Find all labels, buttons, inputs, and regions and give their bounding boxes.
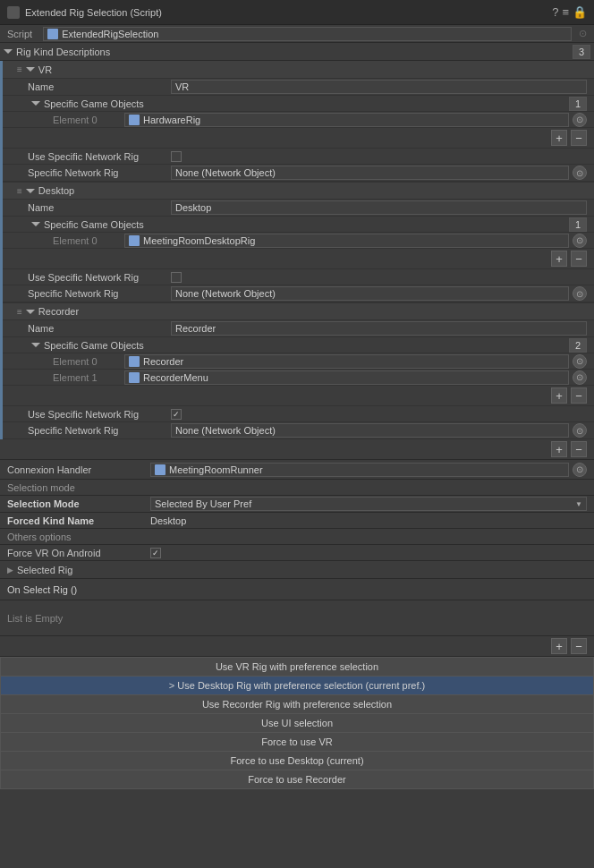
btn-use-vr-pref[interactable]: Use VR Rig with preference selection [0, 657, 594, 676]
recorder-section-header[interactable]: ≡ Recorder [3, 302, 594, 320]
others-options-label: Others options [7, 532, 72, 542]
vr-game-objects-header[interactable]: Specific Game Objects 1 [3, 96, 594, 112]
btn-use-ui-selection[interactable]: Use UI selection [0, 713, 594, 732]
desktop-use-network-label: Use Specific Network Rig [28, 272, 171, 283]
rig-kind-add-btn[interactable]: + [551, 441, 567, 457]
desktop-network-rig-label: Specific Network Rig [28, 288, 171, 299]
help-button[interactable]: ? [552, 5, 558, 19]
rig-kind-triangle [4, 49, 13, 54]
list-add-remove: + − [0, 636, 594, 657]
recorder-name-label: Name [28, 323, 171, 334]
recorder-element0-circle-btn[interactable]: ⊙ [573, 354, 587, 369]
script-lock-icon: ⊙ [579, 28, 587, 39]
selection-mode-value: Selected By User Pref [155, 498, 251, 509]
vr-name-input[interactable] [171, 80, 587, 94]
desktop-name-input[interactable] [171, 200, 587, 215]
desktop-add-remove: + − [3, 249, 594, 269]
desktop-section: ≡ Desktop Name Specific Game Objects 1 E… [0, 182, 594, 302]
recorder-section: ≡ Recorder Name Specific Game Objects 2 … [0, 302, 594, 439]
selected-rig-section[interactable]: ▶ Selected Rig [0, 561, 594, 579]
desktop-use-network-checkbox[interactable] [171, 272, 182, 283]
desktop-element0-icon [129, 235, 140, 246]
vr-element0-circle-btn[interactable]: ⊙ [573, 113, 587, 127]
recorder-element1-row: Element 1 RecorderMenu ⊙ [3, 370, 594, 386]
force-vr-label: Force VR On Android [7, 548, 150, 558]
recorder-network-rig-label: Specific Network Rig [28, 425, 171, 436]
btn-use-desktop-pref[interactable]: > Use Desktop Rig with preference select… [0, 676, 594, 694]
vr-go-label: Specific Game Objects [44, 98, 144, 109]
btn-use-recorder-pref[interactable]: Use Recorder Rig with preference selecti… [0, 694, 594, 713]
vr-section: ≡ VR Name Specific Game Objects 1 Elemen… [0, 61, 594, 182]
desktop-game-objects-header[interactable]: Specific Game Objects 1 [3, 217, 594, 233]
script-file-icon [47, 29, 58, 39]
vr-name-value [171, 80, 587, 94]
desktop-element0-circle-btn[interactable]: ⊙ [573, 234, 587, 248]
window-title: Extended Rig Selection (Script) [25, 7, 547, 18]
desktop-remove-btn[interactable]: − [571, 251, 587, 267]
vr-use-network-row: Use Specific Network Rig [3, 149, 594, 165]
forced-kind-row: Forced Kind Name Desktop [0, 513, 594, 529]
script-value-field: ExtendedRigSelection [43, 27, 572, 41]
desktop-go-count: 1 [569, 217, 587, 232]
title-bar: Extended Rig Selection (Script) ? ≡ 🔒 [0, 0, 594, 25]
desktop-go-triangle [31, 222, 40, 226]
script-icon [7, 6, 20, 19]
script-label: Script [7, 29, 32, 39]
lock-button[interactable]: 🔒 [573, 5, 587, 19]
connexion-handler-circle-btn[interactable]: ⊙ [573, 463, 587, 477]
recorder-game-objects-header[interactable]: Specific Game Objects 2 [3, 337, 594, 353]
connexion-handler-label: Connexion Handler [7, 464, 150, 475]
list-remove-btn[interactable]: − [571, 638, 587, 654]
vr-network-rig-field: None (Network Object) [171, 166, 569, 180]
vr-add-btn[interactable]: + [551, 130, 567, 146]
recorder-element1-text: RecorderMenu [143, 372, 208, 383]
recorder-go-label: Specific Game Objects [44, 340, 144, 351]
desktop-section-header[interactable]: ≡ Desktop [3, 182, 594, 200]
force-vr-checkbox[interactable] [150, 548, 161, 558]
recorder-name-row: Name [3, 320, 594, 337]
vr-network-rig-text: None (Network Object) [175, 167, 276, 178]
connexion-handler-field: MeetingRoomRunner [150, 463, 569, 477]
vr-element0-label: Element 0 [53, 115, 124, 125]
vr-use-network-checkbox[interactable] [171, 151, 182, 162]
btn-force-recorder[interactable]: Force to use Recorder [0, 770, 594, 789]
desktop-network-rig-circle-btn[interactable]: ⊙ [573, 286, 587, 301]
recorder-network-rig-field: None (Network Object) [171, 423, 569, 438]
desktop-name-row: Name [3, 200, 594, 217]
selection-group-header: Selection mode [0, 480, 594, 496]
script-value-text: ExtendedRigSelection [62, 29, 158, 39]
vr-element0-value: HardwareRig ⊙ [124, 113, 587, 127]
recorder-element0-row: Element 0 Recorder ⊙ [3, 353, 594, 370]
rig-kind-count: 3 [573, 45, 590, 59]
connexion-handler-text: MeetingRoomRunner [169, 464, 263, 475]
desktop-add-btn[interactable]: + [551, 251, 567, 267]
vr-network-rig-circle-btn[interactable]: ⊙ [573, 166, 587, 180]
btn-force-desktop[interactable]: Force to use Desktop (current) [0, 751, 594, 770]
desktop-element0-text: MeetingRoomDesktopRig [143, 235, 255, 246]
selection-mode-dropdown[interactable]: Selected By User Pref ▼ [150, 497, 587, 511]
rig-kind-descriptions-header[interactable]: Rig Kind Descriptions 3 [0, 43, 594, 61]
selection-group-label: Selection mode [7, 482, 75, 493]
recorder-element1-label: Element 1 [53, 372, 124, 383]
recorder-triangle [26, 310, 35, 314]
recorder-remove-btn[interactable]: − [571, 387, 587, 404]
recorder-go-count: 2 [569, 338, 587, 353]
connexion-handler-row: Connexion Handler MeetingRoomRunner ⊙ [0, 460, 594, 480]
rig-kind-remove-btn[interactable]: − [571, 441, 587, 457]
btn-force-vr[interactable]: Force to use VR [0, 732, 594, 751]
recorder-name-input[interactable] [171, 321, 587, 336]
recorder-add-btn[interactable]: + [551, 387, 567, 404]
vr-remove-btn[interactable]: − [571, 130, 587, 146]
vr-element0-text: HardwareRig [143, 115, 200, 125]
layout-button[interactable]: ≡ [562, 5, 569, 19]
vr-section-header[interactable]: ≡ VR [3, 61, 594, 79]
recorder-element1-circle-btn[interactable]: ⊙ [573, 370, 587, 385]
recorder-network-rig-circle-btn[interactable]: ⊙ [573, 423, 587, 438]
list-add-btn[interactable]: + [551, 638, 567, 654]
desktop-use-network-row: Use Specific Network Rig [3, 269, 594, 285]
desktop-network-rig-text: None (Network Object) [175, 288, 276, 299]
recorder-use-network-label: Use Specific Network Rig [28, 409, 171, 420]
desktop-name-label: Name [28, 202, 171, 213]
desktop-element0-field: MeetingRoomDesktopRig [124, 234, 569, 248]
recorder-use-network-checkbox[interactable] [171, 409, 182, 420]
